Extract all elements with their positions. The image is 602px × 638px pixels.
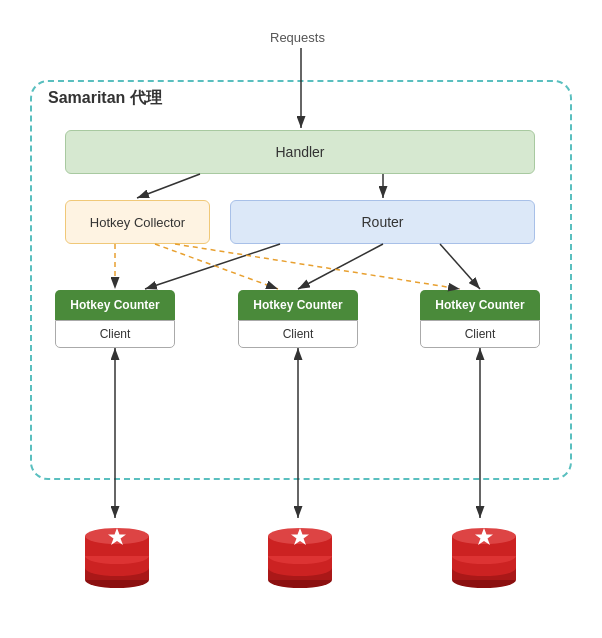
hotkey-counter-label-center: Hotkey Counter (253, 298, 342, 312)
redis-icon-center (260, 520, 340, 588)
client-compound-center: Hotkey Counter Client (238, 290, 358, 348)
hotkey-counter-left: Hotkey Counter (55, 290, 175, 320)
client-label-center: Client (283, 327, 314, 341)
hotkey-collector-label: Hotkey Collector (90, 215, 185, 230)
router-box: Router (230, 200, 535, 244)
handler-box: Handler (65, 130, 535, 174)
client-label-left: Client (100, 327, 131, 341)
redis-icon-right (444, 520, 524, 588)
hotkey-counter-label-right: Hotkey Counter (435, 298, 524, 312)
samaritan-label: Samaritan 代理 (48, 88, 162, 109)
router-label: Router (361, 214, 403, 230)
handler-label: Handler (275, 144, 324, 160)
requests-label: Requests (270, 30, 325, 45)
diagram-container: Requests Samaritan 代理 Handler Hotkey Col… (0, 0, 602, 638)
client-box-left: Client (55, 320, 175, 348)
client-compound-right: Hotkey Counter Client (420, 290, 540, 348)
hotkey-counter-center: Hotkey Counter (238, 290, 358, 320)
client-box-center: Client (238, 320, 358, 348)
hotkey-counter-right: Hotkey Counter (420, 290, 540, 320)
client-compound-left: Hotkey Counter Client (55, 290, 175, 348)
client-label-right: Client (465, 327, 496, 341)
redis-icon-left (77, 520, 157, 588)
client-box-right: Client (420, 320, 540, 348)
hotkey-collector-box: Hotkey Collector (65, 200, 210, 244)
hotkey-counter-label-left: Hotkey Counter (70, 298, 159, 312)
